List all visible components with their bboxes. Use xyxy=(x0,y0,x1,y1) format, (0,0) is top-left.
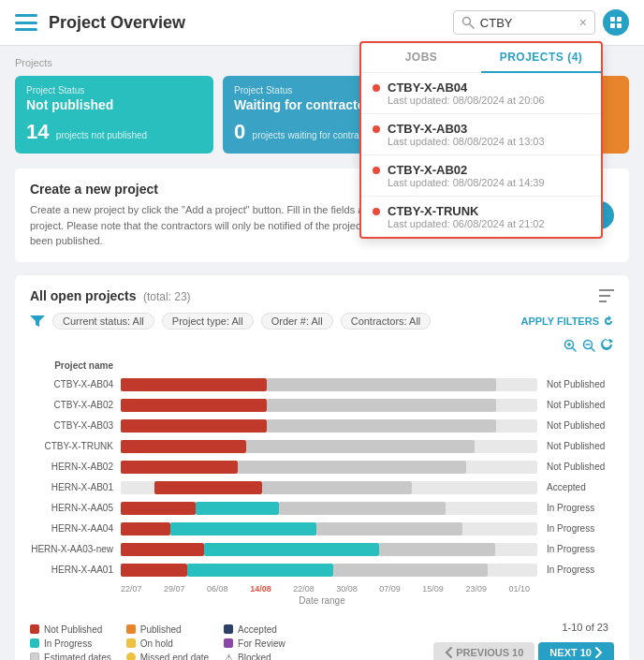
filter-project-type[interactable]: Project type: All xyxy=(162,313,254,330)
search-result-2[interactable]: CTBY-X-AB02 Last updated: 08/08/2024 at … xyxy=(361,155,601,197)
row-label-9: HERN-X-AA01 xyxy=(30,565,119,575)
card-desc-1: projects waiting for contractor xyxy=(253,130,375,140)
project-name-header: Project name xyxy=(30,360,119,371)
status-card-not-published: Project status Not published 14 projects… xyxy=(15,76,213,154)
legend-dot-purple xyxy=(224,638,233,648)
svg-rect-3 xyxy=(617,17,622,22)
row-label-7: HERN-X-AA04 xyxy=(30,523,119,534)
previous-page-button[interactable]: PREVIOUS 10 xyxy=(433,642,534,661)
legend-dot-teal xyxy=(30,638,39,648)
table-row: HERN-X-AA03-new In Progress xyxy=(30,539,614,560)
projects-section: All open projects (total: 23) Current st… xyxy=(15,275,629,661)
search-clear-icon[interactable]: × xyxy=(579,15,587,30)
gantt-chart: Project name CTBY-X-AB04 Not Published xyxy=(30,360,614,606)
filter-icon[interactable] xyxy=(30,315,45,327)
menu-icon[interactable] xyxy=(15,14,37,31)
page-title: Project Overview xyxy=(49,13,453,33)
projects-title: All open projects xyxy=(30,288,137,303)
legend-col-2: Accepted For Review ⚠ Blocked xyxy=(224,624,285,661)
result-name-3: CTBY-X-TRUNK xyxy=(388,204,545,218)
table-row: CTBY-X-AB02 Not Published xyxy=(30,395,614,416)
list-options-icon[interactable] xyxy=(599,289,614,302)
search-input[interactable] xyxy=(480,16,574,30)
zoom-out-button[interactable] xyxy=(582,339,595,355)
chart-header: Project name xyxy=(30,360,614,371)
row-status-7: In Progress xyxy=(539,523,614,534)
nav-grid-icon[interactable] xyxy=(603,9,629,36)
tab-projects[interactable]: PROJECTS (4) xyxy=(481,43,601,73)
legend-item-blocked: ⚠ Blocked xyxy=(224,653,285,661)
row-label-1: CTBY-X-AB02 xyxy=(30,400,119,410)
projects-total: (total: 23) xyxy=(143,290,191,303)
result-dot-2 xyxy=(373,167,380,174)
apply-filters-button[interactable]: APPLY FILTERS xyxy=(520,315,614,327)
svg-rect-8 xyxy=(599,301,607,302)
row-status-6: In Progress xyxy=(539,503,614,513)
filter-row: Current status: All Project type: All Or… xyxy=(30,313,614,330)
pagination: PREVIOUS 10 NEXT 10 xyxy=(433,642,614,661)
svg-rect-4 xyxy=(610,23,615,28)
svg-line-15 xyxy=(591,347,594,351)
table-row: HERN-X-AA04 In Progress xyxy=(30,519,614,539)
refresh-icon xyxy=(603,315,614,327)
result-dot-3 xyxy=(373,208,380,215)
filter-current-status[interactable]: Current status: All xyxy=(52,313,154,330)
table-row: CTBY-X-TRUNK Not Published xyxy=(30,436,614,457)
legend-item-for-review: For Review xyxy=(224,638,285,649)
search-result-1[interactable]: CTBY-X-AB03 Last updated: 08/08/2024 at … xyxy=(361,114,601,155)
result-date-0: Last updated: 08/08/2024 at 20:06 xyxy=(388,95,545,106)
date-range-label: Date range xyxy=(30,595,614,606)
filter-order[interactable]: Order #: All xyxy=(261,313,333,330)
card-desc-0: projects not published xyxy=(56,130,147,140)
reset-zoom-button[interactable] xyxy=(601,339,614,355)
tab-jobs[interactable]: JOBS xyxy=(361,43,481,72)
result-name-0: CTBY-X-AB04 xyxy=(388,81,545,95)
legend-item-in-progress: In Progress xyxy=(30,638,111,649)
result-date-3: Last updated: 06/08/2024 at 21:02 xyxy=(388,218,545,229)
table-row: HERN-X-AB02 Not Published xyxy=(30,457,614,477)
search-dropdown: JOBS PROJECTS (4) CTBY-X-AB04 Last updat… xyxy=(359,41,603,239)
row-status-9: In Progress xyxy=(539,565,614,575)
svg-rect-2 xyxy=(610,17,615,22)
table-row: HERN-X-AB01 Accepted xyxy=(30,477,614,498)
legend-dot-warn-missed xyxy=(126,653,136,660)
zoom-in-button[interactable] xyxy=(564,339,577,355)
svg-rect-6 xyxy=(599,289,614,291)
legend-col-1: Published On hold Missed end date xyxy=(126,624,209,661)
legend-dot-orange xyxy=(126,624,136,634)
legend: Not Published In Progress Estimated date… xyxy=(30,624,285,661)
result-date-1: Last updated: 08/08/2024 at 13:03 xyxy=(388,136,545,147)
result-name-2: CTBY-X-AB02 xyxy=(388,163,545,177)
row-status-2: Not Published xyxy=(539,420,614,431)
result-dot-1 xyxy=(373,125,380,133)
row-status-8: In Progress xyxy=(539,544,614,554)
legend-dot-navy xyxy=(224,624,233,634)
result-date-2: Last updated: 08/08/2024 at 14:39 xyxy=(388,177,545,188)
legend-item-estimated: Estimated dates xyxy=(30,653,111,661)
card-count-1: 0 xyxy=(234,120,245,143)
legend-col-0: Not Published In Progress Estimated date… xyxy=(30,624,111,661)
legend-dot-yellow xyxy=(126,638,136,648)
row-label-8: HERN-X-AA03-new xyxy=(30,544,119,554)
row-label-5: HERN-X-AB01 xyxy=(30,482,119,492)
card-title-0: Not published xyxy=(26,97,202,112)
date-axis: 22/07 29/07 06/08 14/08 22/08 30/08 07/0… xyxy=(119,584,532,594)
search-result-0[interactable]: CTBY-X-AB04 Last updated: 08/08/2024 at … xyxy=(361,73,601,114)
search-result-3[interactable]: CTBY-X-TRUNK Last updated: 06/08/2024 at… xyxy=(361,197,601,237)
next-page-button[interactable]: NEXT 10 xyxy=(538,642,614,661)
header: Project Overview × JOBS PROJECTS (4) CTB… xyxy=(0,0,644,46)
row-status-3: Not Published xyxy=(539,441,614,451)
chart-rows-container: CTBY-X-AB04 Not Published CTBY-X-AB02 xyxy=(30,374,614,580)
legend-dot-red xyxy=(30,624,39,634)
row-label-0: CTBY-X-AB04 xyxy=(30,379,119,389)
legend-item-published: Published xyxy=(126,624,209,635)
chart-controls xyxy=(30,339,614,355)
legend-dot-gray xyxy=(30,653,39,660)
filter-contractors[interactable]: Contractors: All xyxy=(341,313,432,330)
row-label-4: HERN-X-AB02 xyxy=(30,462,119,472)
row-status-0: Not Published xyxy=(539,379,614,389)
legend-icon-blocked: ⚠ xyxy=(224,653,233,660)
table-row: HERN-X-AA01 In Progress xyxy=(30,560,614,580)
legend-item-not-published: Not Published xyxy=(30,624,111,635)
card-count-0: 14 xyxy=(26,120,49,143)
